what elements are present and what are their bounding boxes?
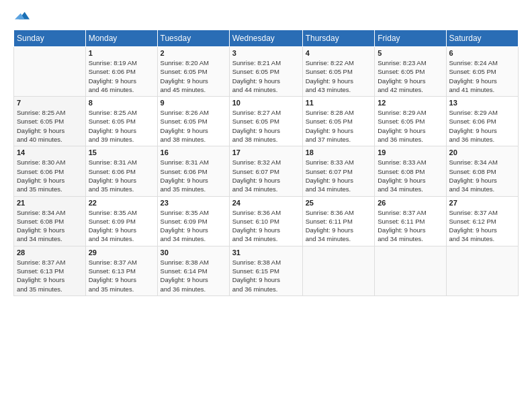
calendar-cell: 30Sunrise: 8:38 AMSunset: 6:14 PMDayligh… [157, 246, 229, 295]
calendar-cell: 16Sunrise: 8:31 AMSunset: 6:06 PMDayligh… [157, 146, 229, 196]
day-number: 27 [449, 199, 515, 207]
day-number: 2 [161, 49, 226, 57]
day-number: 4 [306, 49, 372, 57]
calendar-cell: 4Sunrise: 8:22 AMSunset: 6:05 PMDaylight… [302, 47, 375, 97]
week-row-1: 1Sunrise: 8:19 AMSunset: 6:06 PMDaylight… [14, 47, 519, 97]
calendar-cell: 3Sunrise: 8:21 AMSunset: 6:05 PMDaylight… [229, 47, 302, 97]
day-info: Sunrise: 8:34 AMSunset: 6:08 PMDaylight:… [449, 158, 515, 193]
day-info: Sunrise: 8:32 AMSunset: 6:07 PMDaylight:… [232, 158, 300, 193]
day-info: Sunrise: 8:35 AMSunset: 6:09 PMDaylight:… [89, 208, 154, 244]
calendar-cell [14, 47, 86, 97]
calendar-cell: 8Sunrise: 8:25 AMSunset: 6:05 PMDaylight… [85, 97, 157, 146]
day-number: 11 [306, 99, 372, 107]
day-info: Sunrise: 8:27 AMSunset: 6:05 PMDaylight:… [232, 108, 300, 144]
calendar-cell: 23Sunrise: 8:35 AMSunset: 6:09 PMDayligh… [157, 196, 229, 246]
calendar-cell: 1Sunrise: 8:19 AMSunset: 6:06 PMDaylight… [85, 47, 157, 97]
day-number: 25 [306, 199, 372, 207]
day-number: 21 [17, 199, 83, 207]
day-info: Sunrise: 8:29 AMSunset: 6:06 PMDaylight:… [449, 108, 515, 144]
calendar-cell: 26Sunrise: 8:37 AMSunset: 6:11 PMDayligh… [375, 196, 446, 246]
day-header-thursday: Thursday [302, 30, 375, 47]
calendar-cell [446, 246, 518, 295]
day-info: Sunrise: 8:33 AMSunset: 6:07 PMDaylight:… [306, 158, 372, 193]
day-number: 29 [89, 248, 154, 257]
day-info: Sunrise: 8:31 AMSunset: 6:06 PMDaylight:… [89, 158, 154, 193]
week-row-5: 28Sunrise: 8:37 AMSunset: 6:13 PMDayligh… [14, 246, 519, 295]
day-info: Sunrise: 8:23 AMSunset: 6:05 PMDaylight:… [378, 58, 443, 94]
calendar-cell: 14Sunrise: 8:30 AMSunset: 6:06 PMDayligh… [14, 146, 86, 196]
day-info: Sunrise: 8:31 AMSunset: 6:06 PMDaylight:… [161, 158, 226, 193]
calendar-cell: 9Sunrise: 8:26 AMSunset: 6:05 PMDaylight… [157, 97, 229, 146]
day-info: Sunrise: 8:36 AMSunset: 6:10 PMDaylight:… [232, 208, 300, 244]
day-info: Sunrise: 8:33 AMSunset: 6:08 PMDaylight:… [378, 158, 443, 193]
day-number: 10 [232, 99, 300, 107]
calendar: SundayMondayTuesdayWednesdayThursdayFrid… [13, 30, 519, 296]
calendar-cell [375, 246, 446, 295]
day-info: Sunrise: 8:22 AMSunset: 6:05 PMDaylight:… [306, 58, 372, 94]
logo [13, 11, 30, 24]
calendar-cell: 21Sunrise: 8:34 AMSunset: 6:08 PMDayligh… [14, 196, 86, 246]
page: SundayMondayTuesdayWednesdayThursdayFrid… [0, 0, 532, 411]
day-info: Sunrise: 8:26 AMSunset: 6:05 PMDaylight:… [161, 108, 226, 144]
day-info: Sunrise: 8:29 AMSunset: 6:05 PMDaylight:… [378, 108, 443, 144]
calendar-cell: 11Sunrise: 8:28 AMSunset: 6:05 PMDayligh… [302, 97, 375, 146]
day-info: Sunrise: 8:24 AMSunset: 6:05 PMDaylight:… [449, 58, 515, 94]
calendar-cell: 27Sunrise: 8:37 AMSunset: 6:12 PMDayligh… [446, 196, 518, 246]
calendar-cell: 29Sunrise: 8:37 AMSunset: 6:13 PMDayligh… [85, 246, 157, 295]
calendar-cell: 25Sunrise: 8:36 AMSunset: 6:11 PMDayligh… [302, 196, 375, 246]
day-number: 20 [449, 148, 515, 156]
logo-icon [15, 9, 30, 24]
day-number: 31 [232, 248, 300, 257]
calendar-cell: 24Sunrise: 8:36 AMSunset: 6:10 PMDayligh… [229, 196, 302, 246]
calendar-cell: 28Sunrise: 8:37 AMSunset: 6:13 PMDayligh… [14, 246, 86, 295]
day-number: 13 [449, 99, 515, 107]
day-number: 19 [378, 148, 443, 156]
day-info: Sunrise: 8:37 AMSunset: 6:13 PMDaylight:… [17, 258, 83, 293]
day-header-saturday: Saturday [446, 30, 518, 47]
calendar-cell: 19Sunrise: 8:33 AMSunset: 6:08 PMDayligh… [375, 146, 446, 196]
day-info: Sunrise: 8:37 AMSunset: 6:13 PMDaylight:… [89, 258, 154, 293]
calendar-cell: 6Sunrise: 8:24 AMSunset: 6:05 PMDaylight… [446, 47, 518, 97]
day-number: 24 [232, 199, 300, 207]
day-info: Sunrise: 8:28 AMSunset: 6:05 PMDaylight:… [306, 108, 372, 144]
day-number: 23 [161, 199, 226, 207]
header [13, 11, 519, 24]
day-number: 7 [17, 99, 83, 107]
day-info: Sunrise: 8:25 AMSunset: 6:05 PMDaylight:… [89, 108, 154, 144]
calendar-header-row: SundayMondayTuesdayWednesdayThursdayFrid… [14, 30, 519, 47]
day-info: Sunrise: 8:19 AMSunset: 6:06 PMDaylight:… [89, 58, 154, 94]
day-info: Sunrise: 8:36 AMSunset: 6:11 PMDaylight:… [306, 208, 372, 244]
calendar-cell: 10Sunrise: 8:27 AMSunset: 6:05 PMDayligh… [229, 97, 302, 146]
calendar-cell: 12Sunrise: 8:29 AMSunset: 6:05 PMDayligh… [375, 97, 446, 146]
day-number: 17 [232, 148, 300, 156]
day-number: 9 [161, 99, 226, 107]
day-number: 16 [161, 148, 226, 156]
day-info: Sunrise: 8:34 AMSunset: 6:08 PMDaylight:… [17, 208, 83, 244]
day-number: 12 [378, 99, 443, 107]
day-info: Sunrise: 8:25 AMSunset: 6:05 PMDaylight:… [17, 108, 83, 144]
calendar-cell [302, 246, 375, 295]
day-number: 6 [449, 49, 515, 57]
day-number: 28 [17, 248, 83, 257]
day-number: 8 [89, 99, 154, 107]
calendar-cell: 15Sunrise: 8:31 AMSunset: 6:06 PMDayligh… [85, 146, 157, 196]
day-number: 26 [378, 199, 443, 207]
calendar-cell: 5Sunrise: 8:23 AMSunset: 6:05 PMDaylight… [375, 47, 446, 97]
day-number: 22 [89, 199, 154, 207]
week-row-3: 14Sunrise: 8:30 AMSunset: 6:06 PMDayligh… [14, 146, 519, 196]
day-info: Sunrise: 8:20 AMSunset: 6:05 PMDaylight:… [161, 58, 226, 94]
day-info: Sunrise: 8:30 AMSunset: 6:06 PMDaylight:… [17, 158, 83, 193]
calendar-cell: 17Sunrise: 8:32 AMSunset: 6:07 PMDayligh… [229, 146, 302, 196]
day-info: Sunrise: 8:37 AMSunset: 6:11 PMDaylight:… [378, 208, 443, 244]
calendar-cell: 20Sunrise: 8:34 AMSunset: 6:08 PMDayligh… [446, 146, 518, 196]
day-number: 5 [378, 49, 443, 57]
calendar-cell: 31Sunrise: 8:38 AMSunset: 6:15 PMDayligh… [229, 246, 302, 295]
day-info: Sunrise: 8:35 AMSunset: 6:09 PMDaylight:… [161, 208, 226, 244]
day-info: Sunrise: 8:37 AMSunset: 6:12 PMDaylight:… [449, 208, 515, 244]
day-number: 18 [306, 148, 372, 156]
calendar-cell: 22Sunrise: 8:35 AMSunset: 6:09 PMDayligh… [85, 196, 157, 246]
day-number: 14 [17, 148, 83, 156]
week-row-4: 21Sunrise: 8:34 AMSunset: 6:08 PMDayligh… [14, 196, 519, 246]
day-header-monday: Monday [85, 30, 157, 47]
day-header-sunday: Sunday [14, 30, 86, 47]
